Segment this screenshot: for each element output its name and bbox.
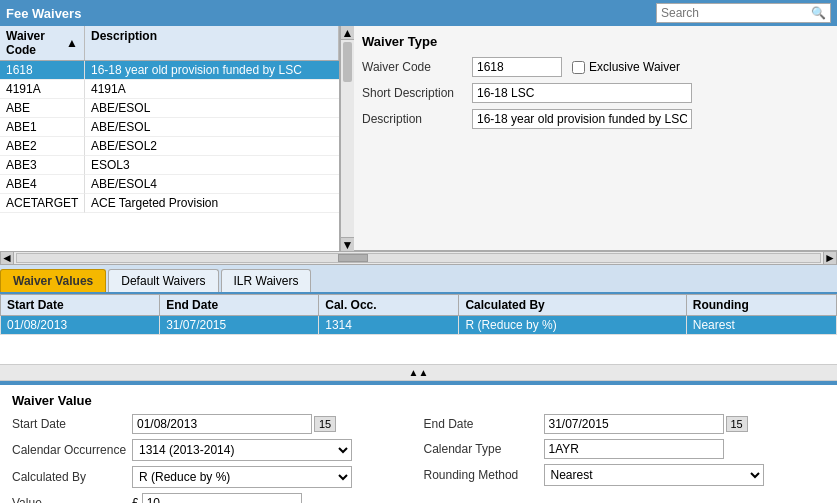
cal-occ-label: Calendar Occurrence <box>12 443 132 457</box>
col-header: Rounding <box>686 295 836 316</box>
scroll-thumb[interactable] <box>343 42 352 82</box>
list-row[interactable]: ABE1 ABE/ESOL <box>0 118 339 137</box>
rounding-select[interactable]: Nearest <box>544 464 764 486</box>
end-date-wrap: 15 <box>544 414 748 434</box>
list-row[interactable]: ACETARGET ACE Targeted Provision <box>0 194 339 213</box>
start-date-label: Start Date <box>12 417 132 431</box>
cal-occ-select[interactable]: 1314 (2013-2014) <box>132 439 352 461</box>
tab-ilr-waivers[interactable]: ILR Waivers <box>221 269 312 292</box>
waiver-type-panel: Waiver Type Waiver Code Exclusive Waiver… <box>354 26 837 251</box>
end-date-row: End Date 15 <box>424 414 826 434</box>
list-row[interactable]: 1618 16-18 year old provision funded by … <box>0 61 339 80</box>
row-code: ABE2 <box>0 137 85 156</box>
end-date-input[interactable] <box>544 414 724 434</box>
cal-type-label: Calendar Type <box>424 442 544 456</box>
waiver-value-grid: Start Date 15 Calendar Occurrence 1314 (… <box>12 414 825 503</box>
search-input[interactable] <box>657 4 807 22</box>
short-desc-input[interactable] <box>472 83 692 103</box>
waiver-value-section: Waiver Value Start Date 15 Calendar Occu… <box>0 383 837 503</box>
waiver-code-row: Waiver Code Exclusive Waiver <box>362 57 829 77</box>
col-header: Cal. Occ. <box>319 295 459 316</box>
description-label: Description <box>362 112 472 126</box>
waiver-value-title: Waiver Value <box>12 393 825 408</box>
waiver-code-input[interactable] <box>472 57 562 77</box>
col-desc-header: Description <box>85 26 339 60</box>
value-label: Value <box>12 496 132 503</box>
row-desc: 16-18 year old provision funded by LSC <box>85 61 339 80</box>
end-date-label: End Date <box>424 417 544 431</box>
calculated-by-row: Calculated By R (Reduce by %) <box>12 466 414 488</box>
right-col: End Date 15 Calendar Type Rounding Metho… <box>424 414 826 503</box>
main-layout: Waiver Code ▲ Description 1618 16-18 yea… <box>0 26 837 251</box>
col-header: End Date <box>160 295 319 316</box>
list-row[interactable]: ABE ABE/ESOL <box>0 99 339 118</box>
cal-occ-row: Calendar Occurrence 1314 (2013-2014) <box>12 439 414 461</box>
search-box: 🔍 <box>656 3 831 23</box>
short-desc-label: Short Description <box>362 86 472 100</box>
waiver-type-title: Waiver Type <box>362 34 829 49</box>
start-date-wrap: 15 <box>132 414 336 434</box>
table-row[interactable]: 01/08/201331/07/20151314R (Reduce by %)N… <box>1 316 837 335</box>
table-cell: 31/07/2015 <box>160 316 319 335</box>
scroll-up-arrow[interactable]: ▲ <box>341 26 354 40</box>
currency-wrap: £ <box>132 493 302 503</box>
start-date-input[interactable] <box>132 414 312 434</box>
horiz-track[interactable] <box>16 253 821 263</box>
row-code: ABE1 <box>0 118 85 137</box>
waiver-list: Waiver Code ▲ Description 1618 16-18 yea… <box>0 26 340 251</box>
table-cell: 1314 <box>319 316 459 335</box>
row-desc: ABE/ESOL <box>85 118 339 137</box>
horizontal-scrollbar[interactable]: ◄ ► <box>0 251 837 265</box>
values-section: Start DateEnd DateCal. Occ.Calculated By… <box>0 294 837 364</box>
tab-default-waivers[interactable]: Default Waivers <box>108 269 218 292</box>
tabs-bar: Waiver ValuesDefault WaiversILR Waivers <box>0 265 837 294</box>
scroll-left-arrow[interactable]: ◄ <box>0 251 14 265</box>
rounding-row: Rounding Method Nearest <box>424 464 826 486</box>
list-scrollbar[interactable]: ▲ ▼ <box>340 26 354 251</box>
row-code: ABE3 <box>0 156 85 175</box>
waiver-code-label: Waiver Code <box>362 60 472 74</box>
short-desc-row: Short Description <box>362 83 829 103</box>
value-row: Value £ <box>12 493 414 503</box>
cal-type-row: Calendar Type <box>424 439 826 459</box>
list-row[interactable]: ABE3 ESOL3 <box>0 156 339 175</box>
exclusive-waiver-checkbox[interactable] <box>572 61 585 74</box>
row-desc: ACE Targeted Provision <box>85 194 339 213</box>
row-desc: 4191A <box>85 80 339 99</box>
description-input[interactable] <box>472 109 692 129</box>
cal-type-input[interactable] <box>544 439 724 459</box>
scroll-down-arrow[interactable]: ▼ <box>341 237 354 251</box>
search-icon[interactable]: 🔍 <box>807 4 830 22</box>
currency-symbol: £ <box>132 496 139 503</box>
col-code-header: Waiver Code ▲ <box>0 26 85 60</box>
col-header: Start Date <box>1 295 160 316</box>
row-code: 1618 <box>0 61 85 80</box>
list-row[interactable]: ABE4 ABE/ESOL4 <box>0 175 339 194</box>
end-date-btn[interactable]: 15 <box>726 416 748 432</box>
row-desc: ESOL3 <box>85 156 339 175</box>
description-row: Description <box>362 109 829 129</box>
start-date-row: Start Date 15 <box>12 414 414 434</box>
tab-waiver-values[interactable]: Waiver Values <box>0 269 106 292</box>
rounding-label: Rounding Method <box>424 468 544 482</box>
list-row[interactable]: ABE2 ABE/ESOL2 <box>0 137 339 156</box>
page-title: Fee Waivers <box>6 6 81 21</box>
calculated-by-select[interactable]: R (Reduce by %) <box>132 466 352 488</box>
row-desc: ABE/ESOL4 <box>85 175 339 194</box>
horiz-thumb[interactable] <box>338 254 368 262</box>
list-row[interactable]: 4191A 4191A <box>0 80 339 99</box>
scroll-right-arrow[interactable]: ► <box>823 251 837 265</box>
row-code: ACETARGET <box>0 194 85 213</box>
values-table: Start DateEnd DateCal. Occ.Calculated By… <box>0 294 837 335</box>
start-date-btn[interactable]: 15 <box>314 416 336 432</box>
top-bar: Fee Waivers 🔍 <box>0 0 837 26</box>
sort-icon: ▲ <box>66 36 78 50</box>
calculated-by-label: Calculated By <box>12 470 132 484</box>
expand-handle[interactable]: ▲▲ <box>0 364 837 381</box>
value-input[interactable] <box>142 493 302 503</box>
row-code: ABE4 <box>0 175 85 194</box>
exclusive-waiver-label: Exclusive Waiver <box>572 60 680 74</box>
list-body: 1618 16-18 year old provision funded by … <box>0 61 339 251</box>
table-cell: R (Reduce by %) <box>459 316 686 335</box>
col-header: Calculated By <box>459 295 686 316</box>
